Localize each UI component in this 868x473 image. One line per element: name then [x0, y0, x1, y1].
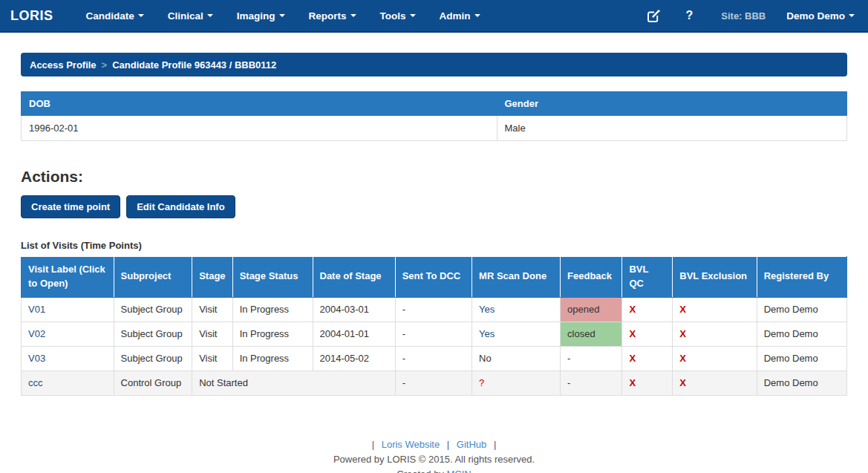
bvl-qc-x-link[interactable]: X	[629, 353, 636, 364]
feedback-edit-icon[interactable]	[639, 9, 668, 23]
footer-created-by: Created by MCIN	[0, 467, 868, 473]
user-menu[interactable]: Demo Demo	[786, 10, 855, 22]
chevron-down-icon	[279, 14, 285, 17]
subproject-cell: Subject Group	[114, 322, 192, 346]
help-icon[interactable]: ?	[675, 9, 703, 22]
subproject-cell: Control Group	[114, 371, 192, 395]
col-feedback: Feedback	[561, 257, 622, 298]
create-time-point-button[interactable]: Create time point	[21, 195, 120, 218]
main-menu: Candidate Clinical Imaging Reports Tools…	[74, 1, 492, 31]
sent-to-dcc-cell: -	[395, 297, 471, 322]
date-of-stage-cell: 2004-03-01	[313, 297, 395, 322]
footer-links: | Loris Website | GitHub |	[0, 437, 868, 452]
feedback-status-badge: closed	[561, 322, 622, 346]
menu-clinical[interactable]: Clinical	[156, 1, 225, 31]
menu-tools[interactable]: Tools	[368, 1, 428, 31]
breadcrumb-access-profile[interactable]: Access Profile	[30, 59, 97, 71]
chevron-down-icon	[849, 14, 855, 17]
stage-cell: Visit	[192, 346, 232, 371]
mr-scan-done-unknown-link[interactable]: ?	[479, 377, 484, 388]
menu-candidate-label: Candidate	[86, 10, 134, 22]
github-link[interactable]: GitHub	[457, 439, 486, 450]
visit-link[interactable]: V02	[28, 328, 45, 339]
stage-status-cell: In Progress	[232, 322, 313, 346]
gender-header: Gender	[497, 92, 847, 116]
registered-by-cell: Demo Demo	[757, 371, 846, 395]
candidate-info-table: DOB Gender 1996-02-01 Male	[21, 91, 847, 141]
mcin-link[interactable]: MCIN	[447, 469, 471, 473]
bvl-qc-x-link[interactable]: X	[629, 328, 636, 339]
visit-link[interactable]: V01	[28, 304, 45, 315]
bvl-exclusion-x-link[interactable]: X	[679, 377, 686, 388]
chevron-down-icon	[474, 14, 480, 17]
menu-imaging[interactable]: Imaging	[225, 1, 297, 31]
bvl-exclusion-x-link[interactable]: X	[679, 304, 686, 315]
navbar-right: ? Site: BBB Demo Demo	[639, 9, 858, 23]
footer-separator: |	[372, 439, 374, 450]
visit-row-v01: V01 Subject Group Visit In Progress 2004…	[22, 297, 847, 322]
menu-clinical-label: Clinical	[168, 10, 203, 22]
bvl-exclusion-x-link[interactable]: X	[679, 353, 686, 364]
stage-cell: Visit	[192, 297, 232, 322]
mr-scan-done-link[interactable]: Yes	[479, 304, 495, 315]
loris-logo[interactable]: LORIS	[10, 8, 53, 24]
menu-candidate[interactable]: Candidate	[74, 1, 156, 31]
col-mr-scan-done: MR Scan Done	[472, 257, 561, 298]
visit-link[interactable]: V03	[28, 353, 45, 364]
dob-header: DOB	[22, 92, 497, 116]
visit-row-ccc: ccc Control Group Not Started - ? - X X …	[22, 371, 847, 395]
visits-header-row: Visit Label (Click to Open) Subproject S…	[22, 257, 847, 298]
date-of-stage-cell: 2004-01-01	[313, 322, 395, 346]
dob-value: 1996-02-01	[22, 116, 497, 141]
visit-row-v03: V03 Subject Group Visit In Progress 2014…	[22, 346, 847, 371]
feedback-status-cell: -	[561, 371, 622, 395]
col-bvl-exclusion: BVL Exclusion	[673, 257, 757, 298]
col-date-of-stage: Date of Stage	[313, 257, 395, 298]
visit-link[interactable]: ccc	[28, 377, 43, 388]
col-registered-by: Registered By	[757, 257, 846, 298]
created-by-label: Created by	[397, 469, 444, 473]
menu-reports-label: Reports	[309, 10, 347, 22]
menu-admin[interactable]: Admin	[428, 1, 492, 31]
visits-table: Visit Label (Click to Open) Subproject S…	[21, 256, 847, 396]
gender-value: Male	[497, 116, 847, 141]
actions-buttons: Create time point Edit Candidate Info	[21, 195, 847, 218]
stage-cell: Not Started	[192, 371, 396, 395]
mr-scan-done-link[interactable]: Yes	[479, 328, 495, 339]
registered-by-cell: Demo Demo	[757, 297, 846, 322]
col-subproject: Subproject	[114, 257, 192, 298]
menu-admin-label: Admin	[440, 10, 471, 22]
visits-list-title: List of Visits (Time Points)	[21, 240, 847, 251]
sent-to-dcc-cell: -	[395, 346, 471, 371]
subproject-cell: Subject Group	[114, 346, 192, 371]
footer-powered-by: Powered by LORIS © 2015. All rights rese…	[0, 452, 868, 467]
breadcrumb-candidate-profile: Candidate Profile 963443 / BBB0112	[112, 59, 276, 71]
help-icon-label: ?	[685, 9, 693, 22]
stage-cell: Visit	[192, 322, 232, 346]
col-bvl-qc: BVL QC	[622, 257, 673, 298]
mr-scan-done-cell: No	[472, 346, 561, 371]
registered-by-cell: Demo Demo	[757, 322, 846, 346]
loris-website-link[interactable]: Loris Website	[382, 439, 440, 450]
bvl-exclusion-x-link[interactable]: X	[679, 328, 686, 339]
candidate-info-row: 1996-02-01 Male	[22, 116, 847, 141]
footer-separator: |	[447, 439, 449, 450]
sent-to-dcc-cell: -	[395, 371, 471, 395]
edit-candidate-info-button[interactable]: Edit Candidate Info	[126, 195, 235, 218]
col-visit-label: Visit Label (Click to Open)	[22, 257, 114, 298]
site-label: Site: BBB	[721, 10, 766, 22]
navbar: LORIS Candidate Clinical Imaging Reports…	[0, 0, 868, 33]
menu-tools-label: Tools	[380, 10, 406, 22]
breadcrumb: Access Profile > Candidate Profile 96344…	[21, 53, 847, 76]
feedback-status-cell: -	[561, 346, 622, 371]
stage-status-cell: In Progress	[232, 297, 313, 322]
col-sent-to-dcc: Sent To DCC	[395, 257, 471, 298]
bvl-qc-x-link[interactable]: X	[629, 377, 636, 388]
actions-title: Actions:	[21, 168, 847, 186]
bvl-qc-x-link[interactable]: X	[629, 304, 636, 315]
visit-row-v02: V02 Subject Group Visit In Progress 2004…	[22, 322, 847, 346]
chevron-down-icon	[350, 14, 356, 17]
subproject-cell: Subject Group	[114, 297, 192, 322]
chevron-down-icon	[138, 14, 144, 17]
menu-reports[interactable]: Reports	[297, 1, 368, 31]
